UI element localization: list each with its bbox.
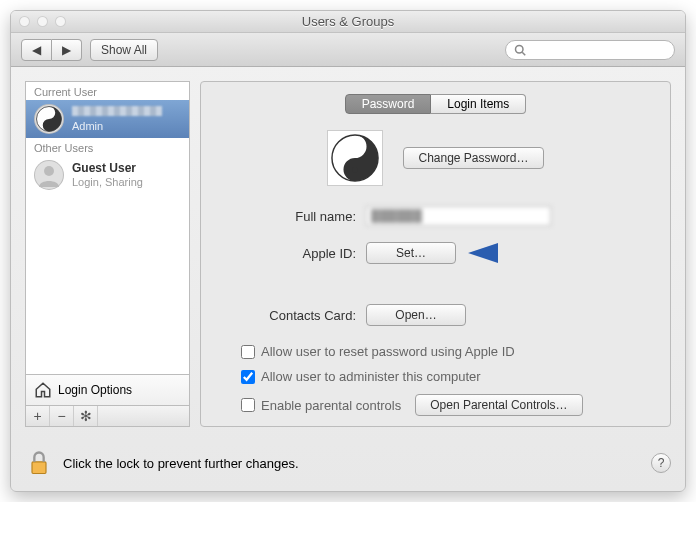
titlebar: Users & Groups bbox=[11, 11, 685, 33]
user-avatar[interactable] bbox=[327, 130, 383, 186]
sidebar-bottom-bar: + − ✻ bbox=[25, 405, 190, 427]
forward-button[interactable]: ▶ bbox=[52, 39, 82, 61]
gear-button[interactable]: ✻ bbox=[74, 406, 98, 426]
preferences-window: Users & Groups ◀ ▶ Show All Current User… bbox=[10, 10, 686, 492]
current-user-role: Admin bbox=[72, 120, 162, 132]
svg-point-0 bbox=[516, 45, 524, 53]
svg-line-1 bbox=[522, 52, 525, 55]
set-apple-id-button[interactable]: Set… bbox=[366, 242, 456, 264]
lock-icon[interactable] bbox=[25, 449, 53, 477]
open-contacts-button[interactable]: Open… bbox=[366, 304, 466, 326]
show-all-button[interactable]: Show All bbox=[90, 39, 158, 61]
svg-rect-9 bbox=[32, 462, 46, 474]
login-options-row[interactable]: Login Options bbox=[25, 374, 190, 405]
house-icon bbox=[34, 381, 52, 399]
svg-point-3 bbox=[47, 111, 50, 114]
allow-reset-row: Allow user to reset password using Apple… bbox=[241, 344, 660, 359]
user-header: Change Password… bbox=[211, 130, 660, 186]
other-users-header: Other Users bbox=[26, 138, 189, 156]
full-name-row: Full name: bbox=[211, 206, 660, 226]
add-user-button[interactable]: + bbox=[26, 406, 50, 426]
person-icon bbox=[34, 160, 64, 190]
parental-checkbox[interactable] bbox=[241, 398, 255, 412]
parental-label: Enable parental controls bbox=[261, 398, 401, 413]
full-name-input[interactable] bbox=[366, 206, 551, 226]
footer: Click the lock to prevent further change… bbox=[11, 441, 685, 491]
sidebar: Current User Admin Other Users bbox=[25, 81, 190, 427]
main-panel: Password Login Items Change Password… Fu… bbox=[200, 81, 671, 427]
back-button[interactable]: ◀ bbox=[21, 39, 52, 61]
change-password-button[interactable]: Change Password… bbox=[403, 147, 543, 169]
contacts-card-label: Contacts Card: bbox=[211, 308, 366, 323]
search-icon bbox=[514, 44, 526, 56]
yinyang-icon bbox=[331, 134, 379, 182]
tabs: Password Login Items bbox=[211, 94, 660, 114]
annotation-arrow-icon bbox=[468, 240, 548, 266]
help-button[interactable]: ? bbox=[651, 453, 671, 473]
svg-point-8 bbox=[353, 167, 359, 173]
svg-point-5 bbox=[44, 166, 54, 176]
allow-admin-checkbox[interactable] bbox=[241, 370, 255, 384]
lock-text: Click the lock to prevent further change… bbox=[63, 456, 299, 471]
svg-point-7 bbox=[353, 144, 359, 150]
allow-reset-label: Allow user to reset password using Apple… bbox=[261, 344, 515, 359]
remove-user-button[interactable]: − bbox=[50, 406, 74, 426]
apple-id-row: Apple ID: Set… bbox=[211, 240, 660, 266]
checkboxes: Allow user to reset password using Apple… bbox=[211, 344, 660, 416]
toolbar: ◀ ▶ Show All bbox=[11, 33, 685, 67]
current-user-name bbox=[72, 106, 162, 119]
open-parental-button[interactable]: Open Parental Controls… bbox=[415, 394, 582, 416]
allow-admin-row: Allow user to administer this computer bbox=[241, 369, 660, 384]
parental-row: Enable parental controls Open Parental C… bbox=[241, 394, 660, 416]
allow-admin-label: Allow user to administer this computer bbox=[261, 369, 481, 384]
tab-login-items[interactable]: Login Items bbox=[431, 94, 526, 114]
svg-point-4 bbox=[47, 124, 50, 127]
allow-reset-checkbox[interactable] bbox=[241, 345, 255, 359]
user-list: Current User Admin Other Users bbox=[25, 81, 190, 374]
current-user-header: Current User bbox=[26, 82, 189, 100]
guest-user-name: Guest User bbox=[72, 162, 143, 175]
nav-segment: ◀ ▶ bbox=[21, 39, 82, 61]
apple-id-label: Apple ID: bbox=[211, 246, 366, 261]
tab-password[interactable]: Password bbox=[345, 94, 432, 114]
guest-user-role: Login, Sharing bbox=[72, 176, 143, 188]
current-user-row[interactable]: Admin bbox=[26, 100, 189, 138]
yinyang-icon bbox=[34, 104, 64, 134]
contacts-card-row: Contacts Card: Open… bbox=[211, 304, 660, 326]
search-field[interactable] bbox=[505, 40, 675, 60]
window-title: Users & Groups bbox=[11, 14, 685, 29]
login-options-label: Login Options bbox=[58, 383, 132, 397]
guest-user-row[interactable]: Guest User Login, Sharing bbox=[26, 156, 189, 194]
full-name-label: Full name: bbox=[211, 209, 366, 224]
